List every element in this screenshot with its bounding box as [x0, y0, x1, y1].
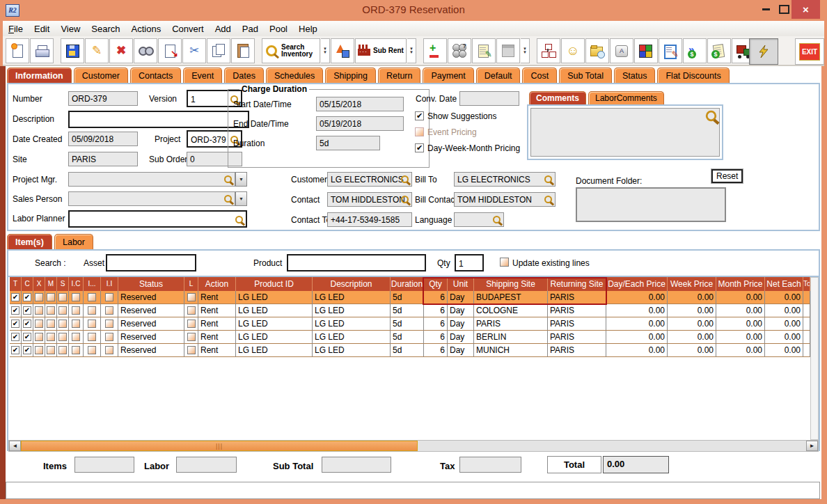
- show-suggestions-checkbox[interactable]: ✔: [415, 111, 424, 120]
- cell-qty[interactable]: 6: [424, 331, 448, 344]
- cell-qty[interactable]: 6: [424, 344, 448, 357]
- cell-duration[interactable]: 5d: [391, 291, 424, 304]
- row-checkbox[interactable]: [72, 346, 80, 354]
- duration-field[interactable]: 5d: [316, 136, 380, 150]
- row-checkbox[interactable]: [105, 320, 113, 328]
- color-blocks-button[interactable]: [634, 38, 658, 63]
- menu-pool[interactable]: Pool: [264, 22, 293, 36]
- row-checkbox[interactable]: ✔: [23, 333, 31, 341]
- row-checkbox[interactable]: [187, 346, 196, 354]
- description-field[interactable]: [68, 111, 249, 128]
- row-checkbox[interactable]: ✔: [11, 333, 19, 341]
- minimize-button[interactable]: [757, 0, 775, 19]
- cell-action[interactable]: Rent: [198, 317, 236, 331]
- conv-date-field[interactable]: [459, 91, 519, 106]
- row-checkbox[interactable]: [58, 333, 67, 341]
- day-week-month-pricing-checkbox[interactable]: ✔: [415, 143, 424, 152]
- cell-day-each-price[interactable]: 0.00: [606, 291, 668, 304]
- labor-planner-field[interactable]: [68, 210, 247, 228]
- column-header-returning-site[interactable]: Returning Site: [548, 277, 606, 291]
- column-header-unit[interactable]: Unit: [448, 277, 474, 291]
- cell-duration[interactable]: 5d: [391, 317, 424, 331]
- column-header-shipping-site[interactable]: Shipping Site: [474, 277, 548, 291]
- row-checkbox[interactable]: ✔: [23, 320, 31, 328]
- document-folder-area[interactable]: [576, 187, 726, 222]
- column-header-t[interactable]: T: [10, 277, 22, 291]
- row-checkbox[interactable]: [187, 333, 196, 341]
- row-checkbox[interactable]: [35, 320, 43, 328]
- project-mgr-dropdown[interactable]: ▼: [235, 172, 247, 187]
- column-header-status[interactable]: Status: [118, 277, 184, 291]
- keyboard-button[interactable]: A: [610, 38, 633, 63]
- tab-sub-total[interactable]: Sub Total: [559, 68, 612, 83]
- smiley-button[interactable]: ☺: [561, 38, 585, 63]
- cell-unit[interactable]: Day: [448, 317, 474, 331]
- customer-field[interactable]: LG ELECTRONICS: [327, 172, 412, 187]
- row-checkbox[interactable]: [35, 293, 43, 301]
- table-row[interactable]: ✔✔ReservedRentLG LEDLG LED5d6DayPARISPAR…: [10, 317, 812, 331]
- row-checkbox[interactable]: [187, 293, 196, 301]
- row-checkbox[interactable]: ✔: [23, 346, 31, 354]
- column-header-day-each-price[interactable]: Day/Each Price: [606, 277, 668, 291]
- delete-button[interactable]: ✖: [109, 38, 133, 63]
- column-header-net-each[interactable]: Net Each: [765, 277, 803, 291]
- calendar-button[interactable]: [496, 38, 520, 63]
- edit-notes-button[interactable]: ✎: [659, 38, 682, 63]
- currency-transfer-button[interactable]: »$: [683, 38, 707, 63]
- cell-unit[interactable]: Day: [448, 304, 474, 317]
- row-checkbox[interactable]: [72, 320, 80, 328]
- cut-button[interactable]: ✂: [182, 38, 206, 63]
- update-existing-lines-checkbox[interactable]: [500, 258, 509, 267]
- cell-action[interactable]: Rent: [198, 304, 236, 317]
- cell-week-price[interactable]: 0.00: [668, 331, 716, 344]
- cell-status[interactable]: Reserved: [118, 291, 184, 304]
- tab-default[interactable]: Default: [476, 68, 521, 83]
- row-checkbox[interactable]: [88, 306, 96, 315]
- calendar-dropdown[interactable]: ▼▼: [521, 38, 530, 63]
- cell-returning-site[interactable]: PARIS: [548, 304, 606, 317]
- tab-cost[interactable]: Cost: [522, 68, 557, 83]
- row-checkbox[interactable]: [47, 346, 55, 354]
- cell-day-each-price[interactable]: 0.00: [606, 331, 668, 344]
- table-row[interactable]: ✔✔ReservedRentLG LEDLG LED5d6DayCOLOGNEP…: [10, 304, 812, 317]
- cell-week-price[interactable]: 0.00: [668, 304, 716, 317]
- cell-description[interactable]: LG LED: [313, 304, 391, 317]
- row-checkbox[interactable]: [47, 306, 55, 315]
- tab-status[interactable]: Status: [614, 68, 655, 83]
- cell-description[interactable]: LG LED: [313, 344, 391, 357]
- menu-help[interactable]: Help: [293, 22, 323, 36]
- tab-information[interactable]: Information: [7, 68, 72, 83]
- cell-product-id[interactable]: LG LED: [236, 331, 313, 344]
- column-header-product-id[interactable]: Product ID: [236, 277, 313, 291]
- row-checkbox[interactable]: [72, 306, 80, 315]
- tab-labor[interactable]: Labor: [54, 234, 93, 249]
- contact-field[interactable]: TOM HIDDLESTON: [327, 192, 412, 207]
- language-field[interactable]: [454, 212, 504, 227]
- qty-input[interactable]: 1: [455, 254, 484, 271]
- personnel-query-button[interactable]: ?: [448, 38, 471, 63]
- cell-qty[interactable]: 6: [424, 291, 448, 304]
- quick-launch-button[interactable]: [749, 38, 778, 65]
- row-checkbox[interactable]: [105, 333, 113, 341]
- menu-edit[interactable]: Edit: [29, 22, 55, 36]
- vertical-scrollbar[interactable]: [810, 277, 819, 440]
- row-checkbox[interactable]: [187, 306, 196, 315]
- start-date-field[interactable]: 05/15/2018: [316, 97, 404, 111]
- column-header-c[interactable]: C: [22, 277, 33, 291]
- cell-month-price[interactable]: 0.00: [716, 344, 765, 357]
- cell-week-price[interactable]: 0.00: [668, 291, 716, 304]
- menu-view[interactable]: View: [55, 22, 86, 36]
- cell-qty[interactable]: 6: [424, 317, 448, 331]
- search-inventory-dropdown[interactable]: ▼▼: [321, 38, 330, 63]
- cell-total[interactable]: [803, 291, 810, 304]
- column-header-qty[interactable]: Qty: [424, 277, 448, 291]
- table-row[interactable]: ✔✔ReservedRentLG LEDLG LED5d6DayMUNICHPA…: [10, 344, 812, 357]
- notes-button[interactable]: ✎: [472, 38, 496, 63]
- sub-rent-dropdown[interactable]: ▼▼: [407, 38, 416, 63]
- cell-day-each-price[interactable]: 0.00: [606, 317, 668, 331]
- row-checkbox[interactable]: [47, 293, 55, 301]
- export-document-button[interactable]: ↘: [158, 38, 182, 63]
- row-checkbox[interactable]: [105, 346, 113, 354]
- cell-action[interactable]: Rent: [198, 291, 236, 304]
- cell-returning-site[interactable]: PARIS: [548, 317, 606, 331]
